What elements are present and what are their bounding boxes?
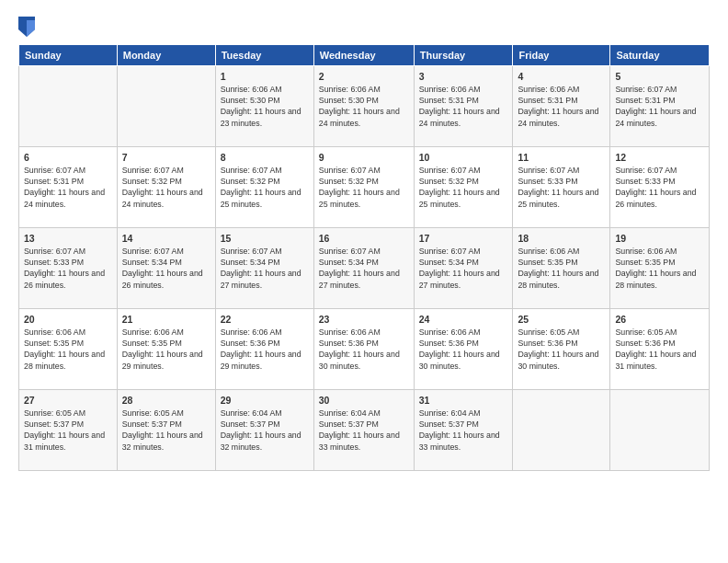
day-number: 10 [419, 151, 508, 164]
day-info: Sunrise: 6:06 AM Sunset: 5:31 PM Dayligh… [419, 84, 508, 129]
calendar-cell: 19Sunrise: 6:06 AM Sunset: 5:35 PM Dayli… [610, 228, 710, 309]
day-info: Sunrise: 6:07 AM Sunset: 5:32 PM Dayligh… [221, 165, 309, 210]
calendar-cell: 25Sunrise: 6:05 AM Sunset: 5:36 PM Dayli… [513, 309, 610, 390]
day-info: Sunrise: 6:07 AM Sunset: 5:33 PM Dayligh… [24, 246, 112, 291]
calendar-cell: 28Sunrise: 6:05 AM Sunset: 5:37 PM Dayli… [117, 390, 215, 471]
day-number: 23 [319, 313, 409, 326]
day-number: 6 [24, 151, 112, 164]
weekday-header-sunday: Sunday [19, 45, 118, 66]
week-row-2: 6Sunrise: 6:07 AM Sunset: 5:31 PM Daylig… [19, 147, 710, 228]
day-number: 20 [24, 313, 112, 326]
day-info: Sunrise: 6:04 AM Sunset: 5:37 PM Dayligh… [319, 408, 409, 453]
day-info: Sunrise: 6:06 AM Sunset: 5:36 PM Dayligh… [221, 327, 309, 372]
calendar-cell: 17Sunrise: 6:07 AM Sunset: 5:34 PM Dayli… [414, 228, 513, 309]
calendar-cell: 7Sunrise: 6:07 AM Sunset: 5:32 PM Daylig… [117, 147, 215, 228]
day-number: 5 [615, 70, 704, 83]
day-number: 9 [319, 151, 409, 164]
calendar-cell: 4Sunrise: 6:06 AM Sunset: 5:31 PM Daylig… [513, 66, 610, 147]
day-number: 21 [122, 313, 210, 326]
day-number: 8 [221, 151, 309, 164]
day-info: Sunrise: 6:07 AM Sunset: 5:33 PM Dayligh… [518, 165, 605, 210]
day-number: 26 [615, 313, 704, 326]
day-info: Sunrise: 6:05 AM Sunset: 5:37 PM Dayligh… [24, 408, 112, 453]
calendar-cell: 18Sunrise: 6:06 AM Sunset: 5:35 PM Dayli… [513, 228, 610, 309]
day-info: Sunrise: 6:07 AM Sunset: 5:34 PM Dayligh… [122, 246, 210, 291]
weekday-header-thursday: Thursday [414, 45, 513, 66]
day-number: 17 [419, 232, 508, 245]
day-number: 4 [518, 70, 605, 83]
day-info: Sunrise: 6:06 AM Sunset: 5:35 PM Dayligh… [24, 327, 112, 372]
calendar-cell: 22Sunrise: 6:06 AM Sunset: 5:36 PM Dayli… [215, 309, 313, 390]
day-number: 15 [221, 232, 309, 245]
day-number: 1 [221, 70, 309, 83]
day-number: 11 [518, 151, 605, 164]
logo-icon [18, 17, 35, 37]
day-info: Sunrise: 6:06 AM Sunset: 5:31 PM Dayligh… [518, 84, 605, 129]
calendar-cell: 29Sunrise: 6:04 AM Sunset: 5:37 PM Dayli… [215, 390, 313, 471]
calendar-cell: 1Sunrise: 6:06 AM Sunset: 5:30 PM Daylig… [215, 66, 313, 147]
week-row-1: 1Sunrise: 6:06 AM Sunset: 5:30 PM Daylig… [19, 66, 710, 147]
calendar-cell: 31Sunrise: 6:04 AM Sunset: 5:37 PM Dayli… [414, 390, 513, 471]
day-info: Sunrise: 6:07 AM Sunset: 5:31 PM Dayligh… [24, 165, 112, 210]
week-row-3: 13Sunrise: 6:07 AM Sunset: 5:33 PM Dayli… [19, 228, 710, 309]
calendar-cell: 12Sunrise: 6:07 AM Sunset: 5:33 PM Dayli… [610, 147, 710, 228]
day-info: Sunrise: 6:07 AM Sunset: 5:31 PM Dayligh… [615, 84, 704, 129]
week-row-4: 20Sunrise: 6:06 AM Sunset: 5:35 PM Dayli… [19, 309, 710, 390]
calendar-cell: 20Sunrise: 6:06 AM Sunset: 5:35 PM Dayli… [19, 309, 118, 390]
calendar-cell: 14Sunrise: 6:07 AM Sunset: 5:34 PM Dayli… [117, 228, 215, 309]
calendar-cell: 23Sunrise: 6:06 AM Sunset: 5:36 PM Dayli… [313, 309, 414, 390]
svg-marker-1 [27, 20, 35, 37]
calendar-cell: 21Sunrise: 6:06 AM Sunset: 5:35 PM Dayli… [117, 309, 215, 390]
day-number: 30 [319, 394, 409, 407]
page: SundayMondayTuesdayWednesdayThursdayFrid… [0, 0, 728, 563]
calendar-cell: 6Sunrise: 6:07 AM Sunset: 5:31 PM Daylig… [19, 147, 118, 228]
day-info: Sunrise: 6:06 AM Sunset: 5:35 PM Dayligh… [615, 246, 704, 291]
day-number: 22 [221, 313, 309, 326]
day-info: Sunrise: 6:05 AM Sunset: 5:37 PM Dayligh… [122, 408, 210, 453]
day-info: Sunrise: 6:07 AM Sunset: 5:32 PM Dayligh… [419, 165, 508, 210]
calendar-cell: 27Sunrise: 6:05 AM Sunset: 5:37 PM Dayli… [19, 390, 118, 471]
day-number: 12 [615, 151, 704, 164]
header [18, 17, 710, 37]
weekday-header-tuesday: Tuesday [215, 45, 313, 66]
calendar-cell [117, 66, 215, 147]
calendar-cell [19, 66, 118, 147]
calendar-cell: 16Sunrise: 6:07 AM Sunset: 5:34 PM Dayli… [313, 228, 414, 309]
day-info: Sunrise: 6:05 AM Sunset: 5:36 PM Dayligh… [615, 327, 704, 372]
day-info: Sunrise: 6:06 AM Sunset: 5:36 PM Dayligh… [319, 327, 409, 372]
day-info: Sunrise: 6:07 AM Sunset: 5:34 PM Dayligh… [419, 246, 508, 291]
day-info: Sunrise: 6:06 AM Sunset: 5:30 PM Dayligh… [221, 84, 309, 129]
calendar-table: SundayMondayTuesdayWednesdayThursdayFrid… [18, 44, 710, 471]
day-number: 31 [419, 394, 508, 407]
calendar-cell: 8Sunrise: 6:07 AM Sunset: 5:32 PM Daylig… [215, 147, 313, 228]
day-info: Sunrise: 6:07 AM Sunset: 5:34 PM Dayligh… [319, 246, 409, 291]
weekday-header-monday: Monday [117, 45, 215, 66]
day-info: Sunrise: 6:06 AM Sunset: 5:30 PM Dayligh… [319, 84, 409, 129]
day-number: 18 [518, 232, 605, 245]
day-number: 19 [615, 232, 704, 245]
day-number: 14 [122, 232, 210, 245]
weekday-header-saturday: Saturday [610, 45, 710, 66]
day-number: 29 [221, 394, 309, 407]
day-number: 28 [122, 394, 210, 407]
day-info: Sunrise: 6:07 AM Sunset: 5:32 PM Dayligh… [319, 165, 409, 210]
day-info: Sunrise: 6:05 AM Sunset: 5:36 PM Dayligh… [518, 327, 605, 372]
week-row-5: 27Sunrise: 6:05 AM Sunset: 5:37 PM Dayli… [19, 390, 710, 471]
calendar-cell [610, 390, 710, 471]
day-number: 13 [24, 232, 112, 245]
calendar-cell: 24Sunrise: 6:06 AM Sunset: 5:36 PM Dayli… [414, 309, 513, 390]
day-info: Sunrise: 6:06 AM Sunset: 5:35 PM Dayligh… [122, 327, 210, 372]
day-info: Sunrise: 6:07 AM Sunset: 5:34 PM Dayligh… [221, 246, 309, 291]
calendar-cell [513, 390, 610, 471]
day-number: 25 [518, 313, 605, 326]
calendar-cell: 10Sunrise: 6:07 AM Sunset: 5:32 PM Dayli… [414, 147, 513, 228]
day-number: 27 [24, 394, 112, 407]
calendar-cell: 30Sunrise: 6:04 AM Sunset: 5:37 PM Dayli… [313, 390, 414, 471]
day-info: Sunrise: 6:04 AM Sunset: 5:37 PM Dayligh… [221, 408, 309, 453]
calendar-cell: 3Sunrise: 6:06 AM Sunset: 5:31 PM Daylig… [414, 66, 513, 147]
calendar-cell: 26Sunrise: 6:05 AM Sunset: 5:36 PM Dayli… [610, 309, 710, 390]
day-info: Sunrise: 6:04 AM Sunset: 5:37 PM Dayligh… [419, 408, 508, 453]
calendar-cell: 15Sunrise: 6:07 AM Sunset: 5:34 PM Dayli… [215, 228, 313, 309]
day-number: 7 [122, 151, 210, 164]
calendar-cell: 9Sunrise: 6:07 AM Sunset: 5:32 PM Daylig… [313, 147, 414, 228]
